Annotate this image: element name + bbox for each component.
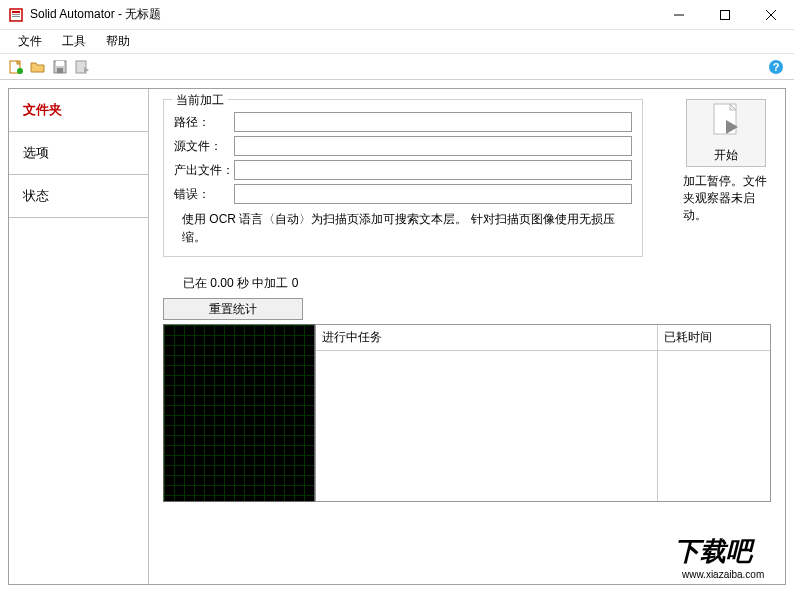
start-status-text: 加工暂停。文件夹观察器未启动。 [681, 173, 771, 223]
path-input[interactable] [234, 112, 632, 132]
titlebar: Solid Automator - 无标题 [0, 0, 794, 30]
processing-description: 使用 OCR 语言〈自动〉为扫描页添加可搜索文本层。 针对扫描页图像使用无损压缩… [182, 210, 632, 246]
svg-rect-12 [57, 68, 63, 73]
sidebar-item-folder[interactable]: 文件夹 [9, 89, 148, 132]
svg-rect-2 [12, 14, 20, 15]
svg-rect-5 [721, 11, 730, 20]
start-panel: 开始 加工暂停。文件夹观察器未启动。 [681, 99, 771, 223]
sidebar-item-status[interactable]: 状态 [9, 175, 148, 218]
close-button[interactable] [748, 0, 794, 30]
svg-rect-11 [56, 61, 64, 66]
svg-text:?: ? [773, 61, 780, 73]
activity-graph [163, 324, 315, 502]
sidebar-item-options[interactable]: 选项 [9, 132, 148, 175]
window-title: Solid Automator - 无标题 [30, 6, 656, 23]
menu-help[interactable]: 帮助 [96, 30, 140, 53]
group-legend: 当前加工 [172, 92, 228, 109]
reset-stats-button[interactable]: 重置统计 [163, 298, 303, 320]
menubar: 文件 工具 帮助 [0, 30, 794, 54]
start-button-label: 开始 [714, 147, 738, 164]
source-input[interactable] [234, 136, 632, 156]
svg-rect-3 [12, 16, 20, 17]
save-icon[interactable] [50, 57, 70, 77]
path-label: 路径： [174, 114, 234, 131]
menu-tools[interactable]: 工具 [52, 30, 96, 53]
minimize-button[interactable] [656, 0, 702, 30]
stats-summary: 已在 0.00 秒 中加工 0 [183, 275, 771, 292]
inner-frame: 文件夹 选项 状态 当前加工 路径： 源文件： 产出文件： [8, 88, 786, 585]
play-document-icon [710, 102, 742, 143]
error-input[interactable] [234, 184, 632, 204]
graph-grid [164, 325, 314, 501]
new-icon[interactable] [6, 57, 26, 77]
save-as-icon[interactable] [72, 57, 92, 77]
menu-file[interactable]: 文件 [8, 30, 52, 53]
open-icon[interactable] [28, 57, 48, 77]
current-processing-group: 当前加工 路径： 源文件： 产出文件： 错误： 使用 OCR 语言〈自动 [163, 99, 643, 257]
svg-rect-1 [12, 11, 20, 13]
help-icon[interactable]: ? [766, 57, 786, 77]
svg-point-9 [17, 68, 23, 74]
output-label: 产出文件： [174, 162, 234, 179]
output-input[interactable] [234, 160, 632, 180]
content-area: 文件夹 选项 状态 当前加工 路径： 源文件： 产出文件： [0, 80, 794, 593]
window-controls [656, 0, 794, 29]
source-label: 源文件： [174, 138, 234, 155]
start-button[interactable]: 开始 [686, 99, 766, 167]
task-column: 进行中任务 [316, 325, 658, 501]
time-column: 已耗时间 [658, 325, 770, 501]
sidebar: 文件夹 选项 状态 [9, 89, 149, 584]
bottom-area: 进行中任务 已耗时间 [163, 324, 771, 502]
main-panel: 当前加工 路径： 源文件： 产出文件： 错误： 使用 OCR 语言〈自动 [149, 89, 785, 584]
toolbar: ? [0, 54, 794, 80]
maximize-button[interactable] [702, 0, 748, 30]
error-label: 错误： [174, 186, 234, 203]
task-table: 进行中任务 已耗时间 [315, 324, 771, 502]
task-column-header: 进行中任务 [316, 325, 657, 351]
time-column-header: 已耗时间 [658, 325, 770, 351]
app-icon [8, 7, 24, 23]
